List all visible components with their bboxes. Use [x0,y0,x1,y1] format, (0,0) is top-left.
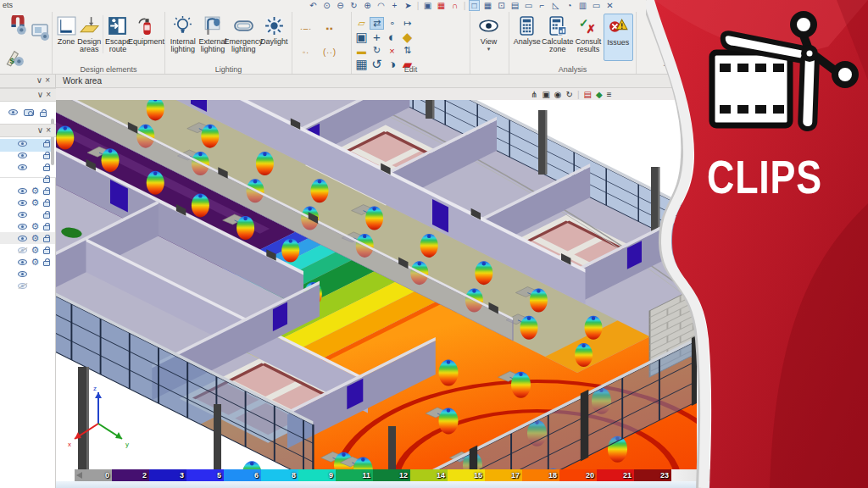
layer-row[interactable]: ⚙ [0,256,55,268]
snap-edit-icon[interactable]: ⇅ [400,44,415,57]
monitor-icon[interactable]: ▭ [523,0,534,11]
escape-route-button[interactable]: Escape route [105,14,131,61]
measure-edit-icon[interactable]: ▬ [354,44,369,57]
lock-icon[interactable] [43,178,50,183]
design-areas-button[interactable]: Design areas [77,14,101,61]
cube-view-icon[interactable]: ▣ [542,90,549,99]
visibility-eye-icon[interactable] [18,236,27,241]
work-area-tab[interactable]: Work area [63,76,102,86]
lock-icon[interactable] [43,237,50,242]
settings-gear-icon[interactable]: ⚙ [31,222,40,230]
grouped-array-icon[interactable]: (∙∙) [319,41,341,63]
redraw-icon[interactable]: ↻ [348,0,359,11]
split-icon[interactable]: ↦ [400,17,415,30]
close-panel-icon[interactable]: × [46,90,53,99]
view-button[interactable]: View ▾ [473,14,504,61]
mirror-icon[interactable]: ◐ [385,30,399,43]
calculate-zone-button[interactable]: Calculate zone [542,14,573,61]
magnet-icon[interactable]: ∩ [449,0,460,11]
zone-button[interactable]: Zone [55,14,77,61]
visibility-eye-icon[interactable] [18,212,27,218]
layer-row[interactable]: ⚙ [0,185,55,197]
internal-lighting-button[interactable]: Internal lighting [168,14,198,61]
move-icon[interactable]: ⇄ [370,17,384,30]
visibility-eye-icon[interactable] [18,200,27,206]
pair-array-icon[interactable]: ▪▪ [319,17,341,39]
copy-icon[interactable]: ▣ [354,30,369,43]
clipboard-icon[interactable]: ▥ [577,0,588,11]
pan-icon[interactable]: ◠ [376,0,387,11]
consult-results-button[interactable]: ✓ ✗ Consult results [573,14,603,61]
visibility-eye-icon[interactable] [18,188,27,194]
undo-icon[interactable]: ↶ [308,0,319,11]
layer-row[interactable]: ⚙ [0,208,55,220]
lock-icon[interactable] [43,261,50,266]
visibility-eye-icon[interactable] [18,152,27,158]
rectangle-icon[interactable]: □ [469,0,480,11]
collapse-panel-icon[interactable]: ∨ [37,125,46,135]
comment-icon[interactable]: ▭ [591,0,602,11]
lock-icon[interactable] [43,142,50,147]
visibility-eye-icon[interactable] [18,271,27,277]
axes-icon[interactable]: ⋔ [531,90,537,99]
layer-row[interactable]: ⚙ [0,280,55,291]
collapse-panel-icon[interactable]: ∨ [37,90,46,99]
layer-row[interactable]: ⚙ [0,197,55,208]
crop-icon[interactable]: ⌐ [537,0,548,11]
layers-icon[interactable]: ≡ [607,90,612,99]
lock-icon[interactable] [40,112,47,117]
rotate-small-icon[interactable]: ↻ [370,44,384,57]
lock-icon[interactable] [43,154,50,159]
delete-icon[interactable]: × [385,44,399,57]
grid-icon[interactable]: ▦ [482,0,493,11]
external-lighting-button[interactable]: External lighting [198,14,227,61]
layer-row[interactable]: ⚙ [0,268,55,280]
visibility-eye-icon[interactable] [18,283,27,289]
surface-icon[interactable]: ◆ [596,90,603,99]
lock-icon[interactable] [43,225,50,230]
orbit-icon[interactable]: ◉ [554,90,562,99]
draw-icon[interactable]: ▱ [354,17,369,30]
clock-icon[interactable]: ◔ [564,0,575,11]
magnet-tool-icon[interactable] [7,15,29,37]
issues-button[interactable]: Issues [604,14,633,61]
move-view-icon[interactable]: + [389,0,400,11]
zoom-window-icon[interactable]: ⊙ [321,0,332,11]
move-element-icon[interactable]: + [370,30,384,43]
visibility-eye-icon[interactable] [18,224,27,230]
measure-icon[interactable]: ◺ [550,0,561,11]
settings-gear-icon[interactable]: ⚙ [31,258,40,266]
settings-gear-icon[interactable]: ⚙ [31,246,40,254]
snap-point-icon[interactable]: ⊡ [496,0,507,11]
layer-row[interactable]: ⚙ [0,244,55,256]
collapse-panel-icon[interactable]: ∨ [36,75,45,85]
visibility-eye-icon[interactable] [18,259,27,265]
rotate-view-icon[interactable]: ↻ [566,90,573,99]
cut-icon[interactable]: ✕ [604,0,615,11]
layer-row[interactable]: ⚙ [0,220,55,232]
close-panel-icon[interactable]: × [45,75,53,85]
zoom-in-icon[interactable]: ⊕ [362,0,373,11]
visibility-eye-icon[interactable] [18,141,27,147]
image-icon[interactable]: ▣ [422,0,433,11]
lock-icon[interactable] [43,166,50,171]
lock-icon[interactable] [43,249,50,254]
lock-icon[interactable] [43,202,50,207]
grid-red-icon[interactable]: ▦ [436,0,447,11]
linear-array-icon[interactable]: ∙–∙ [295,17,317,39]
circular-array-icon[interactable]: ◦∙ [295,41,317,63]
monitor-tool-icon[interactable] [31,22,51,42]
emergency-lighting-button[interactable]: Emergency lighting [228,14,259,61]
settings-gear-icon[interactable]: ⚙ [31,186,40,195]
lock-icon[interactable] [43,190,50,195]
settings-gear-icon[interactable]: ⚙ [31,198,40,207]
layer-row[interactable]: ⚙ [0,232,55,244]
cost-tool-icon[interactable]: $ [3,46,25,68]
toggle-visibility-icon[interactable] [8,109,18,115]
analyse-button[interactable]: Analyse [512,14,542,61]
daylight-button[interactable]: Daylight [259,14,289,61]
settings-gear-icon[interactable]: ⚙ [31,234,40,242]
camera-icon[interactable]: ▤ [509,0,520,11]
visibility-eye-icon[interactable] [18,247,27,253]
camera-icon[interactable] [24,109,34,116]
